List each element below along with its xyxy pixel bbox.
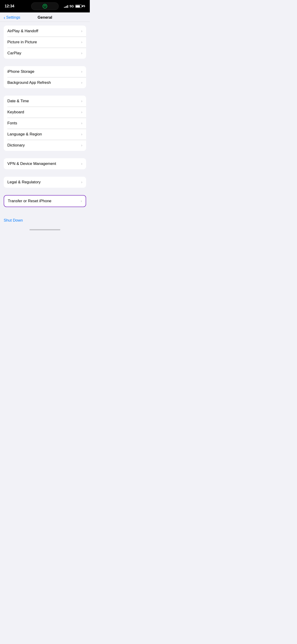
status-right: 5G 76 xyxy=(64,4,85,8)
settings-group-3: Date & Time › Keyboard › Fonts › Languag… xyxy=(4,96,86,151)
settings-row-carplay[interactable]: CarPlay › xyxy=(4,48,86,59)
carplay-chevron-icon: › xyxy=(81,51,82,56)
settings-row-keyboard[interactable]: Keyboard › xyxy=(4,107,86,118)
settings-row-dictionary[interactable]: Dictionary › xyxy=(4,140,86,151)
dynamic-island-icon xyxy=(42,4,48,9)
signal-bar-2 xyxy=(65,6,66,8)
legal-regulatory-chevron-icon: › xyxy=(81,180,82,184)
svg-point-1 xyxy=(45,6,45,7)
signal-bar-1 xyxy=(64,7,65,8)
date-time-chevron-icon: › xyxy=(81,99,82,104)
battery-percent: 76 xyxy=(82,4,85,8)
dynamic-island-container xyxy=(31,2,59,10)
signal-bar-3 xyxy=(66,6,67,8)
dictionary-chevron-icon: › xyxy=(81,143,82,148)
svg-point-0 xyxy=(43,4,47,8)
carplay-label: CarPlay xyxy=(7,51,21,56)
airplay-chevron-icon: › xyxy=(81,29,82,34)
dictionary-label: Dictionary xyxy=(7,143,25,148)
page-title: General xyxy=(38,15,52,20)
fonts-label: Fonts xyxy=(7,121,17,126)
transfer-reset-chevron-icon: › xyxy=(80,199,82,204)
status-time: 12:34 xyxy=(4,4,14,8)
pip-chevron-icon: › xyxy=(81,40,82,44)
back-button[interactable]: ‹ Settings xyxy=(4,15,20,20)
keyboard-chevron-icon: › xyxy=(81,110,82,114)
back-label: Settings xyxy=(6,15,20,20)
nav-bar: ‹ Settings General xyxy=(0,12,90,22)
settings-row-pip[interactable]: Picture in Picture › xyxy=(4,36,86,48)
battery-icon xyxy=(75,4,82,8)
iphone-storage-chevron-icon: › xyxy=(81,69,82,74)
settings-row-language-region[interactable]: Language & Region › xyxy=(4,129,86,140)
battery-container: 76 xyxy=(75,4,85,8)
settings-group-4: VPN & Device Management › xyxy=(4,158,86,169)
background-app-refresh-chevron-icon: › xyxy=(81,80,82,85)
settings-row-fonts[interactable]: Fonts › xyxy=(4,118,86,129)
settings-content: AirPlay & Handoff › Picture in Picture ›… xyxy=(0,22,90,236)
language-region-label: Language & Region xyxy=(7,132,42,136)
network-type: 5G xyxy=(70,4,74,8)
back-chevron-icon: ‹ xyxy=(4,15,5,20)
vpn-device-chevron-icon: › xyxy=(81,162,82,166)
background-app-refresh-label: Background App Refresh xyxy=(7,80,51,85)
settings-group-2: iPhone Storage › Background App Refresh … xyxy=(4,66,86,88)
airplay-label: AirPlay & Handoff xyxy=(7,29,38,34)
settings-row-legal-regulatory[interactable]: Legal & Regulatory › xyxy=(4,177,86,188)
settings-row-date-time[interactable]: Date & Time › xyxy=(4,96,86,107)
settings-group-1: AirPlay & Handoff › Picture in Picture ›… xyxy=(4,26,86,59)
dynamic-island xyxy=(31,2,59,10)
settings-row-vpn-device[interactable]: VPN & Device Management › xyxy=(4,158,86,169)
keyboard-label: Keyboard xyxy=(7,110,24,114)
shut-down-button[interactable]: Shut Down xyxy=(4,217,23,224)
settings-row-background-app-refresh[interactable]: Background App Refresh › xyxy=(4,77,86,88)
date-time-label: Date & Time xyxy=(7,99,29,104)
fonts-chevron-icon: › xyxy=(81,121,82,126)
settings-group-transfer-reset: Transfer or Reset iPhone › xyxy=(4,195,86,207)
pip-label: Picture in Picture xyxy=(7,40,37,44)
settings-row-transfer-reset[interactable]: Transfer or Reset iPhone › xyxy=(4,196,86,206)
settings-row-airplay[interactable]: AirPlay & Handoff › xyxy=(4,26,86,36)
language-region-chevron-icon: › xyxy=(81,132,82,136)
signal-bar-4 xyxy=(68,5,68,8)
vpn-device-label: VPN & Device Management xyxy=(7,162,56,166)
iphone-storage-label: iPhone Storage xyxy=(7,69,34,74)
signal-bars xyxy=(64,4,68,8)
battery-fill xyxy=(76,5,80,7)
home-bar xyxy=(30,229,60,230)
transfer-reset-label: Transfer or Reset iPhone xyxy=(8,199,51,204)
home-indicator xyxy=(0,224,90,232)
legal-regulatory-label: Legal & Regulatory xyxy=(7,180,41,184)
settings-row-iphone-storage[interactable]: iPhone Storage › xyxy=(4,66,86,77)
shutdown-section: Shut Down xyxy=(0,214,90,224)
settings-group-5: Legal & Regulatory › xyxy=(4,177,86,188)
status-bar: 12:34 5G 76 xyxy=(0,0,90,12)
